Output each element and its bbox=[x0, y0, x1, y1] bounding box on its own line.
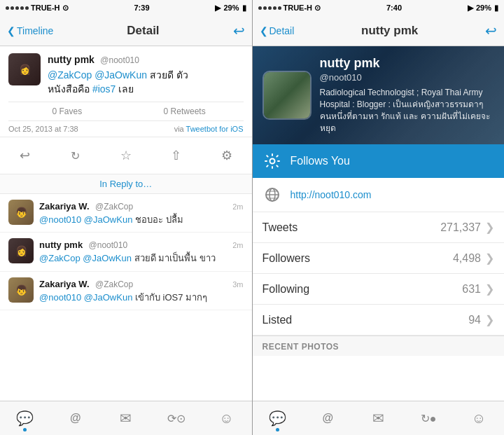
back-chevron-1: ❮ bbox=[7, 25, 15, 36]
profile-header: nutty pmk @noot010 Radiological Technolo… bbox=[253, 46, 505, 144]
tweet-meta: Oct 25, 2013 at 7:38 via Tweetbot for iO… bbox=[0, 121, 252, 137]
status-bar-1: TRUE-H ⊙ 7:39 ▶ 29% ▮ bbox=[0, 0, 252, 15]
reply-text-1: @noot010 @JaOwKun ชอบอะ ปลื้ม bbox=[39, 214, 244, 226]
messages-icon-2: ✉ bbox=[372, 410, 384, 427]
profile-handle: @noot010 bbox=[320, 72, 495, 83]
tweet-stats-bar: 0 Faves 0 Retweets bbox=[8, 102, 244, 121]
follows-you-row[interactable]: Follows You bbox=[253, 144, 505, 178]
reply-item-3: 👦 Zakariya W. @ZakCop 3m @noot010 @JaOwK… bbox=[0, 272, 252, 310]
mentions-icon-2: @ bbox=[323, 412, 334, 424]
profile-name: nutty pmk bbox=[320, 56, 495, 71]
nav-bar-1: ❮ Timeline Detail ↩ bbox=[0, 15, 252, 46]
tab-messages-1[interactable]: ✉ bbox=[101, 401, 151, 435]
reply-time-2: 2m bbox=[232, 241, 243, 249]
tweet-date: Oct 25, 2013 at 7:38 bbox=[8, 125, 78, 133]
profile-icon-1: ☺ bbox=[219, 410, 233, 427]
profile-bio: Radiological Technologist ; Royal Thai A… bbox=[320, 87, 495, 134]
follows-you-text: Follows You bbox=[290, 155, 350, 167]
reply-handle-3: @ZakCop bbox=[95, 279, 133, 289]
battery-icon-1: ▮ bbox=[242, 4, 246, 13]
nav-title-1: Detail bbox=[127, 24, 159, 38]
followers-stat-row[interactable]: Followers 4,498 ❯ bbox=[253, 243, 505, 274]
tab-home-2[interactable]: 💬 bbox=[253, 401, 303, 435]
reply-item-2: 👩 nutty pmk @noot010 2m @ZakCop @JaOwKun… bbox=[0, 233, 252, 271]
status-bar-2: TRUE-H ⊙ 7:40 ▶ 29% ▮ bbox=[253, 0, 505, 15]
favorite-action-button[interactable]: ☆ bbox=[113, 143, 139, 168]
reply-item-1: 👦 Zakariya W. @ZakCop 2m @noot010 @JaOwK… bbox=[0, 194, 252, 233]
tweets-chevron-icon: ❯ bbox=[485, 221, 494, 234]
tab-bar-2: 💬 @ ✉ ↻● ☺ bbox=[253, 401, 505, 435]
stats-list: Tweets 271,337 ❯ Followers 4,498 ❯ Follo… bbox=[253, 212, 505, 401]
battery-icon-2: ▮ bbox=[494, 4, 498, 13]
reply-content-3: Zakariya W. @ZakCop 3m @noot010 @JaOwKun… bbox=[39, 277, 244, 304]
reply-list: 👦 Zakariya W. @ZakCop 2m @noot010 @JaOwK… bbox=[0, 194, 252, 401]
time-1: 7:39 bbox=[134, 4, 150, 12]
followers-value: 4,498 bbox=[453, 252, 481, 265]
tweet-via: via Tweetbot for iOS bbox=[174, 125, 244, 133]
active-dot-2 bbox=[276, 428, 279, 431]
signal-bars-2 bbox=[258, 6, 281, 10]
website-row[interactable]: http://noot010.com bbox=[253, 178, 505, 212]
tab-profile-2[interactable]: ☺ bbox=[454, 401, 504, 435]
signal-bars-1 bbox=[6, 6, 29, 10]
tweets-label: Tweets bbox=[262, 221, 298, 234]
tab-retweets-1[interactable]: ⟳⊙ bbox=[151, 401, 202, 435]
messages-icon-1: ✉ bbox=[120, 410, 132, 427]
tab-profile-1[interactable]: ☺ bbox=[202, 401, 252, 435]
reply-time-1: 2m bbox=[232, 202, 243, 211]
tweets-stat-row[interactable]: Tweets 271,337 ❯ bbox=[253, 212, 505, 243]
back-button-1[interactable]: ❮ Timeline bbox=[7, 25, 53, 36]
wifi-icon-2: ⊙ bbox=[314, 4, 321, 13]
back-label-1: Timeline bbox=[17, 25, 53, 36]
followers-chevron-icon: ❯ bbox=[485, 251, 494, 265]
wifi-icon-1: ⊙ bbox=[62, 4, 69, 13]
listed-stat-row[interactable]: Listed 94 ❯ bbox=[253, 305, 505, 336]
reply-handle-1: @ZakCop bbox=[95, 202, 133, 212]
tweets-value: 271,337 bbox=[440, 221, 481, 234]
tab-mentions-1[interactable]: @ bbox=[50, 401, 101, 435]
retweet-icon-tab-2: ↻● bbox=[421, 412, 437, 425]
mentions-icon-1: @ bbox=[70, 412, 81, 424]
reply-avatar-2: 👩 bbox=[8, 238, 34, 263]
share-action-button[interactable]: ⇧ bbox=[164, 143, 189, 168]
reply-content-2: nutty pmk @noot010 2m @ZakCop @JaOwKun ส… bbox=[39, 238, 244, 265]
tab-home-1[interactable]: 💬 bbox=[0, 401, 50, 435]
tweet-user-name: nutty pmk bbox=[48, 54, 94, 65]
nav-title-2: nutty pmk bbox=[361, 24, 418, 38]
tab-messages-2[interactable]: ✉ bbox=[353, 401, 403, 435]
tweet-header: 👩 nutty pmk @noot010 @ZakCop @JaOwKun สว… bbox=[0, 46, 252, 102]
reply-time-3: 3m bbox=[232, 280, 243, 289]
gps-icon-1: ▶ bbox=[215, 4, 220, 13]
website-url: http://noot010.com bbox=[290, 189, 372, 200]
profile-icon-2: ☺ bbox=[472, 410, 486, 427]
faves-stat: 0 Faves bbox=[8, 106, 126, 116]
reply-name-3: Zakariya W. bbox=[39, 279, 90, 289]
home-icon-2: 💬 bbox=[269, 410, 286, 427]
in-reply-to-label: In Reply to… bbox=[0, 174, 252, 194]
profile-avatar bbox=[262, 71, 312, 120]
reply-action-button[interactable]: ↩ bbox=[13, 143, 38, 168]
recent-photos-header: RECENT PHOTOS bbox=[253, 336, 505, 356]
reply-avatar-1: 👦 bbox=[8, 200, 34, 225]
reply-button-1[interactable]: ↩ bbox=[233, 22, 245, 39]
panel-detail: TRUE-H ⊙ 7:39 ▶ 29% ▮ ❮ Timeline Detail … bbox=[0, 0, 252, 435]
tweet-user-info: nutty pmk @noot010 @ZakCop @JaOwKun สวยด… bbox=[48, 53, 188, 96]
reply-button-2[interactable]: ↩ bbox=[485, 22, 497, 39]
tweet-body: @ZakCop @JaOwKun สวยดี ตัว หนังสือคือ #i… bbox=[48, 69, 188, 96]
back-button-2[interactable]: ❮ Detail bbox=[260, 25, 295, 36]
tab-retweets-2[interactable]: ↻● bbox=[403, 401, 454, 435]
settings-action-button[interactable]: ⚙ bbox=[214, 143, 239, 168]
home-icon-1: 💬 bbox=[16, 410, 34, 427]
profile-info: nutty pmk @noot010 Radiological Technolo… bbox=[320, 56, 495, 134]
retweet-action-button[interactable]: ↻ bbox=[63, 143, 88, 168]
svg-point-0 bbox=[270, 159, 274, 164]
following-chevron-icon: ❯ bbox=[485, 282, 494, 296]
tab-mentions-2[interactable]: @ bbox=[302, 401, 353, 435]
reply-name-1: Zakariya W. bbox=[39, 201, 90, 212]
listed-label: Listed bbox=[262, 314, 293, 326]
following-stat-row[interactable]: Following 631 ❯ bbox=[253, 274, 505, 305]
reply-handle-2: @noot010 bbox=[89, 240, 128, 250]
gps-icon-2: ▶ bbox=[468, 4, 473, 13]
listed-value: 94 bbox=[468, 314, 481, 326]
settings-gear-icon bbox=[262, 151, 282, 171]
